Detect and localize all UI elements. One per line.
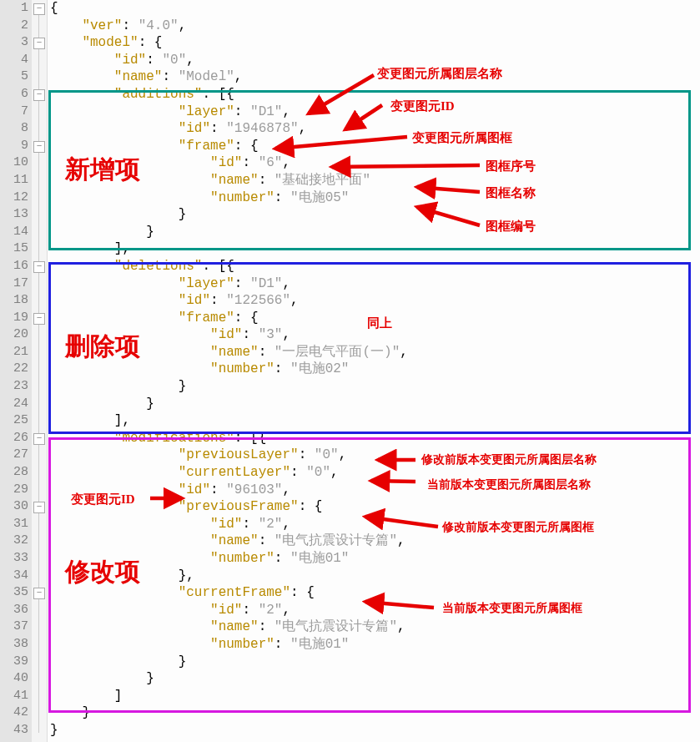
- code-line[interactable]: "id": "1946878",: [50, 120, 700, 138]
- section-label-deletions: 删除项: [65, 334, 140, 359]
- code-line[interactable]: "id": "6",: [50, 154, 700, 172]
- code-line[interactable]: ],: [50, 412, 700, 430]
- code-line[interactable]: }: [50, 378, 700, 396]
- line-number: 3: [0, 34, 28, 52]
- note-prev-frame: 修改前版本变更图元所属图框: [442, 520, 594, 535]
- code-line[interactable]: }: [50, 396, 700, 413]
- code-line[interactable]: "currentFrame": {: [50, 584, 700, 602]
- code-line[interactable]: "id": "2",: [50, 516, 700, 533]
- line-number: 41: [0, 688, 28, 705]
- line-number: 21: [0, 344, 28, 361]
- line-number: 29: [0, 482, 28, 499]
- code-line[interactable]: "number": "电施02": [50, 361, 700, 378]
- line-number: 10: [0, 154, 28, 172]
- line-number: 13: [0, 206, 28, 224]
- code-line[interactable]: "id": "0",: [50, 52, 700, 69]
- fold-toggle[interactable]: −: [33, 141, 45, 153]
- code-line[interactable]: "number": "电施01": [50, 550, 700, 568]
- line-number: 1: [0, 0, 28, 18]
- code-line[interactable]: "additions": [{: [50, 86, 700, 103]
- fold-toggle[interactable]: −: [33, 38, 45, 49]
- code-line[interactable]: ]: [50, 688, 700, 705]
- code-line[interactable]: }: [50, 206, 700, 224]
- note-curr-frame: 当前版本变更图元所属图框: [442, 601, 582, 616]
- line-number: 2: [0, 18, 28, 35]
- code-line[interactable]: ],: [50, 240, 700, 258]
- line-number: 18: [0, 292, 28, 310]
- code-line[interactable]: }: [50, 654, 700, 671]
- fold-toggle[interactable]: −: [33, 3, 45, 15]
- line-number: 19: [0, 310, 28, 327]
- line-number: 36: [0, 602, 28, 619]
- line-number: 40: [0, 670, 28, 688]
- line-number: 32: [0, 533, 28, 550]
- line-number: 27: [0, 447, 28, 464]
- fold-toggle[interactable]: −: [33, 261, 45, 273]
- line-number: 34: [0, 568, 28, 585]
- code-line[interactable]: "name": "电气抗震设计专篇",: [50, 533, 700, 550]
- code-line[interactable]: "name": "Model",: [50, 68, 700, 86]
- code-line[interactable]: "layer": "D1",: [50, 103, 700, 121]
- fold-toggle[interactable]: −: [33, 588, 45, 599]
- note-same-as-above: 同上: [367, 315, 392, 331]
- note-frame-seq: 图框序号: [486, 159, 536, 174]
- note-element-id: 变更图元ID: [390, 98, 455, 114]
- line-number-gutter: 1234567891011121314151617181920212223242…: [0, 0, 32, 742]
- code-line[interactable]: "name": "基础接地平面": [50, 172, 700, 189]
- line-number: 37: [0, 618, 28, 636]
- line-number: 15: [0, 240, 28, 258]
- line-number: 28: [0, 464, 28, 482]
- section-label-modifications: 修改项: [65, 559, 140, 584]
- code-line[interactable]: "previousLayer": "0",: [50, 447, 700, 464]
- fold-toggle[interactable]: −: [33, 89, 45, 101]
- line-number: 38: [0, 636, 28, 654]
- note-curr-layer: 当前版本变更图元所属图层名称: [427, 477, 591, 492]
- code-line[interactable]: "currentLayer": "0",: [50, 464, 700, 482]
- code-line[interactable]: "id": "2",: [50, 602, 700, 619]
- line-number: 16: [0, 258, 28, 275]
- code-line[interactable]: }: [50, 722, 700, 739]
- line-number: 43: [0, 722, 28, 739]
- code-line[interactable]: "previousFrame": {: [50, 498, 700, 516]
- code-line[interactable]: "layer": "D1",: [50, 275, 700, 293]
- line-number: 7: [0, 103, 28, 121]
- code-line[interactable]: "modifications": [{: [50, 430, 700, 447]
- note-frame-number: 图框编号: [486, 219, 536, 235]
- code-line[interactable]: }: [50, 704, 700, 722]
- line-number: 4: [0, 52, 28, 69]
- code-line[interactable]: },: [50, 568, 700, 585]
- code-line[interactable]: "frame": {: [50, 138, 700, 155]
- note-frame: 变更图元所属图框: [412, 130, 512, 146]
- code-line[interactable]: {: [50, 0, 700, 18]
- line-number: 12: [0, 189, 28, 207]
- code-line[interactable]: "name": "电气抗震设计专篇",: [50, 618, 700, 636]
- fold-toggle[interactable]: −: [33, 433, 45, 445]
- code-line[interactable]: "model": {: [50, 34, 700, 52]
- line-number: 31: [0, 516, 28, 533]
- code-line[interactable]: }: [50, 224, 700, 241]
- code-line[interactable]: "id": "96103",: [50, 482, 700, 499]
- code-line[interactable]: "name": "一层电气平面(一)",: [50, 344, 700, 361]
- line-number: 22: [0, 361, 28, 378]
- note-layer-name: 变更图元所属图层名称: [377, 66, 502, 82]
- code-line[interactable]: "deletions": [{: [50, 258, 700, 275]
- line-number: 20: [0, 326, 28, 344]
- code-line[interactable]: "number": "电施01": [50, 636, 700, 654]
- line-number: 17: [0, 275, 28, 293]
- note-prev-layer: 修改前版本变更图元所属图层名称: [421, 452, 597, 467]
- fold-toggle[interactable]: −: [33, 313, 45, 325]
- line-number: 26: [0, 430, 28, 447]
- note-frame-name: 图框名称: [486, 185, 536, 201]
- line-number: 5: [0, 68, 28, 86]
- line-number: 39: [0, 654, 28, 671]
- code-line[interactable]: "id": "122566",: [50, 292, 700, 310]
- fold-toggle[interactable]: −: [33, 502, 45, 513]
- line-number: 8: [0, 120, 28, 138]
- code-line[interactable]: "ver": "4.0",: [50, 18, 700, 35]
- code-line[interactable]: "number": "电施05": [50, 189, 700, 207]
- line-number: 9: [0, 138, 28, 155]
- code-area: { "ver": "4.0", "model": { "id": "0", "n…: [50, 0, 700, 739]
- note-mod-element-id: 变更图元ID: [71, 492, 135, 507]
- line-number: 42: [0, 704, 28, 722]
- code-line[interactable]: }: [50, 670, 700, 688]
